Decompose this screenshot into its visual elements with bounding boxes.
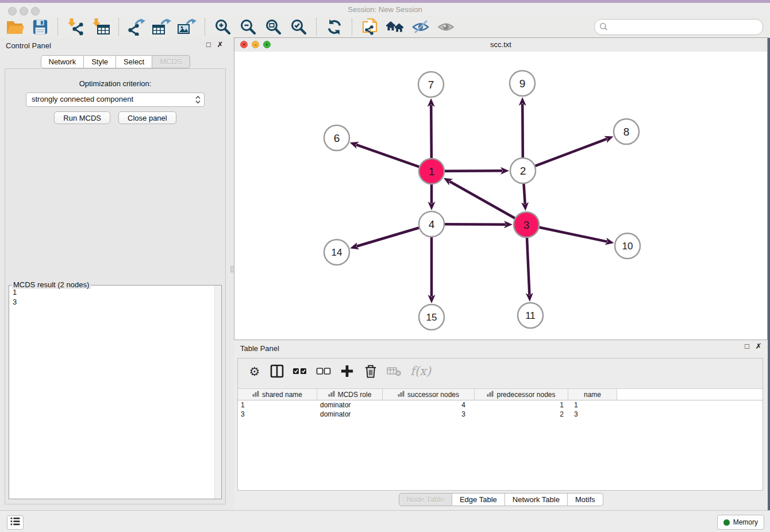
edge-1-2[interactable] — [444, 167, 509, 175]
tab-edge-table[interactable]: Edge Table — [452, 493, 505, 506]
table-cell[interactable]: 1 — [568, 400, 617, 410]
node-1[interactable]: 1 — [419, 159, 444, 184]
show-all-icon[interactable] — [436, 18, 456, 36]
node-2[interactable]: 2 — [510, 158, 536, 183]
control-panel-close-icon[interactable]: ✗ — [215, 40, 225, 49]
table-cell[interactable]: 1 — [238, 400, 317, 410]
run-mcds-button[interactable]: Run MCDS — [54, 111, 110, 124]
table-cell[interactable]: 4 — [383, 400, 475, 410]
delete-row-icon[interactable] — [363, 363, 378, 379]
edge-1-6[interactable] — [350, 142, 420, 167]
svg-text:9: 9 — [519, 78, 526, 90]
edge-4-3[interactable] — [444, 221, 513, 228]
node-4[interactable]: 4 — [419, 211, 444, 237]
tab-node-table[interactable]: Node Table — [398, 493, 452, 506]
table-cell[interactable]: dominator — [317, 400, 383, 410]
deselect-all-icon[interactable] — [316, 363, 331, 379]
search-input[interactable] — [611, 21, 758, 33]
column-header-name[interactable]: name — [568, 389, 617, 400]
node-15[interactable]: 15 — [419, 304, 444, 330]
edge-1-7[interactable] — [428, 98, 435, 159]
column-header-shared-name[interactable]: shared name — [238, 389, 317, 400]
node-10[interactable]: 10 — [615, 233, 640, 259]
node-3[interactable]: 3 — [514, 212, 539, 237]
node-9[interactable]: 9 — [510, 71, 535, 96]
column-header-MCDS-role[interactable]: MCDS role — [317, 389, 383, 400]
hide-selected-icon[interactable] — [410, 18, 431, 36]
table-panel-float-icon[interactable]: □ — [742, 342, 752, 350]
node-11[interactable]: 11 — [518, 303, 543, 328]
table-panel-close-icon[interactable]: ✗ — [754, 342, 763, 350]
search-field[interactable] — [594, 19, 763, 35]
edge-3-1[interactable] — [444, 178, 515, 218]
memory-button[interactable]: Memory — [717, 515, 764, 530]
edge-4-15[interactable] — [428, 237, 436, 303]
table-cell[interactable]: dominator — [317, 410, 383, 419]
toolbar-group — [355, 18, 461, 36]
table-row[interactable]: 1dominator411 — [238, 400, 763, 410]
tab-network-table[interactable]: Network Table — [505, 493, 568, 506]
tab-motifs[interactable]: Motifs — [568, 493, 603, 506]
tab-style[interactable]: Style — [84, 55, 116, 68]
first-neighbors-icon[interactable] — [385, 18, 406, 36]
network-graph[interactable]: 7968124314101511 — [234, 52, 767, 340]
edge-3-10[interactable] — [539, 228, 614, 245]
node-table[interactable]: shared nameMCDS rolesuccessor nodesprede… — [238, 388, 763, 490]
mcds-result-list[interactable]: 13 — [9, 286, 221, 499]
table-toolbar: ⚙f(x) — [238, 358, 763, 384]
edge-2-9[interactable] — [519, 97, 526, 158]
status-bar: Memory — [0, 510, 770, 532]
table-cell[interactable]: 3 — [238, 410, 317, 419]
column-label: MCDS role — [338, 391, 372, 399]
edge-4-14[interactable] — [350, 228, 419, 249]
tab-select[interactable]: Select — [116, 55, 152, 68]
gear-icon[interactable]: ⚙ — [248, 363, 261, 379]
network-view-window: ✕ – + scc.txt 7968124314101511 — [234, 37, 768, 340]
import-network-icon[interactable] — [66, 18, 86, 36]
zoom-out-icon[interactable] — [238, 18, 259, 36]
tab-mcds[interactable]: MCDS — [152, 55, 190, 68]
tab-network[interactable]: Network — [40, 55, 84, 68]
column-header-predecessor-nodes[interactable]: predecessor nodes — [475, 389, 568, 400]
edge-1-4[interactable] — [428, 184, 436, 210]
column-header-successor-nodes[interactable]: successor nodes — [383, 389, 475, 400]
control-panel-float-icon[interactable]: □ — [204, 40, 213, 49]
export-network-icon[interactable] — [126, 18, 147, 36]
node-6[interactable]: 6 — [324, 125, 349, 151]
node-7[interactable]: 7 — [418, 72, 444, 97]
mcds-result-scrollbar[interactable] — [214, 286, 221, 499]
add-row-icon[interactable] — [340, 363, 355, 379]
import-table-icon[interactable] — [91, 18, 111, 36]
table-cell[interactable]: 3 — [383, 410, 475, 419]
table-cell[interactable]: 3 — [568, 410, 617, 419]
sort-icon — [252, 391, 259, 399]
export-image-icon[interactable] — [177, 18, 198, 36]
table-row[interactable]: 3dominator323 — [238, 410, 763, 419]
close-panel-button[interactable]: Close panel — [118, 111, 176, 124]
new-network-from-selection-icon[interactable] — [360, 18, 380, 36]
optimization-criterion-select[interactable]: strongly connected component — [26, 92, 205, 107]
edge-2-3[interactable] — [521, 183, 529, 211]
edge-3-11[interactable] — [526, 237, 533, 302]
export-table-icon[interactable] — [152, 18, 172, 36]
save-session-icon[interactable] — [30, 18, 51, 36]
zoom-fit-icon[interactable] — [263, 18, 284, 36]
select-all-icon[interactable] — [292, 363, 307, 379]
toolbar-group — [61, 18, 116, 36]
task-history-button[interactable] — [7, 515, 24, 530]
split-columns-icon[interactable] — [270, 363, 284, 379]
table-cell[interactable]: 1 — [475, 400, 568, 410]
toolbar-group — [122, 18, 202, 36]
network-canvas[interactable]: 7968124314101511 — [234, 52, 767, 340]
zoom-selected-icon[interactable] — [288, 18, 309, 36]
function-icon: f(x) — [410, 363, 431, 379]
table-cell[interactable]: 2 — [475, 410, 568, 419]
open-file-icon[interactable] — [5, 18, 25, 36]
network-window-titlebar[interactable]: ✕ – + scc.txt — [234, 38, 767, 52]
refresh-icon[interactable] — [324, 18, 345, 36]
zoom-in-icon[interactable] — [213, 18, 233, 36]
node-8[interactable]: 8 — [614, 119, 639, 144]
svg-text:8: 8 — [623, 126, 630, 138]
node-14[interactable]: 14 — [324, 240, 349, 265]
edge-2-8[interactable] — [535, 136, 614, 167]
